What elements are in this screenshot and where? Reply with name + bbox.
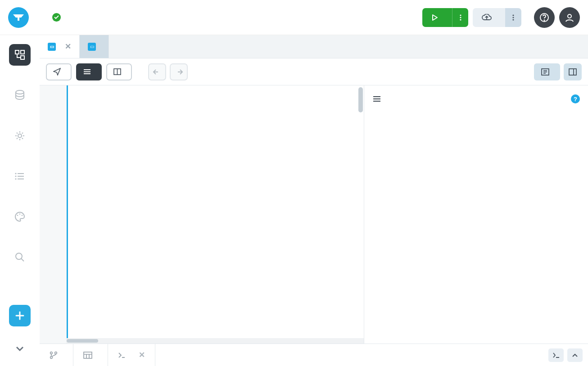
help-button[interactable] — [534, 7, 555, 28]
tasks-icon — [83, 352, 92, 359]
undo-button[interactable] — [148, 63, 166, 80]
svg-point-19 — [22, 215, 23, 216]
editor-vscrollbar[interactable] — [358, 87, 363, 112]
snippets-icon — [372, 95, 381, 103]
panel-icon — [569, 68, 577, 76]
snippets-link-row — [364, 112, 588, 122]
svg-point-26 — [55, 352, 57, 354]
search-icon — [14, 251, 26, 263]
form-icon: ▭ — [48, 43, 56, 51]
svg-point-5 — [512, 19, 514, 20]
svg-point-25 — [50, 356, 53, 358]
svg-rect-9 — [15, 50, 19, 54]
editor-code[interactable] — [67, 85, 364, 344]
svg-rect-23 — [569, 69, 576, 75]
rail-outline[interactable] — [9, 165, 31, 187]
split-icon — [113, 68, 121, 75]
design-mode-button[interactable] — [46, 63, 72, 80]
console-icon — [118, 352, 125, 358]
svg-point-15 — [15, 175, 16, 177]
undo-redo-group — [148, 63, 188, 80]
version-history-tab[interactable] — [40, 344, 73, 366]
code-editor[interactable] — [40, 85, 364, 344]
redo-button[interactable] — [170, 63, 188, 80]
editor-gutter — [40, 85, 67, 344]
vdots-icon — [460, 14, 461, 21]
component-icon — [541, 68, 549, 76]
svg-point-14 — [15, 173, 16, 174]
snippets-help-icon[interactable]: ? — [571, 94, 580, 103]
run-menu-button[interactable] — [452, 8, 468, 27]
run-button[interactable] — [422, 8, 452, 27]
rail-settings[interactable] — [9, 125, 31, 147]
snippets-header: ? — [364, 85, 588, 110]
undo-icon — [153, 68, 162, 76]
footer-expand-button[interactable] — [567, 348, 583, 362]
redo-icon — [174, 68, 183, 76]
svg-point-0 — [460, 14, 461, 16]
publish-button-group — [473, 8, 521, 27]
toggle-side-panel[interactable] — [564, 63, 582, 80]
list-icon — [14, 170, 26, 182]
code-mode-button[interactable] — [76, 63, 102, 80]
svg-point-2 — [460, 19, 461, 20]
bottom-bar: ✕ — [40, 344, 588, 366]
background-tasks-tab[interactable] — [73, 344, 108, 366]
branch-icon — [50, 351, 58, 359]
tree-icon — [14, 49, 26, 61]
terminal-icon — [552, 353, 560, 358]
account-button[interactable] — [559, 7, 580, 28]
paperplane-icon — [53, 68, 61, 76]
svg-point-17 — [17, 215, 18, 216]
rail-data[interactable] — [9, 85, 31, 106]
svg-point-8 — [568, 14, 571, 18]
svg-point-18 — [19, 214, 21, 215]
chevron-up-icon — [572, 353, 578, 357]
tab-strip: ▭ ✕ ▭ — [40, 35, 588, 58]
help-icon — [539, 13, 549, 22]
run-button-group — [422, 8, 468, 27]
play-icon — [431, 14, 439, 21]
close-icon[interactable]: ✕ — [65, 42, 71, 51]
svg-point-20 — [16, 253, 22, 259]
use-custom-component-button[interactable] — [534, 63, 560, 80]
left-rail — [0, 35, 40, 345]
editor-hscrollbar[interactable] — [67, 338, 364, 344]
publish-menu-button[interactable] — [505, 8, 521, 27]
close-icon[interactable]: ✕ — [139, 350, 145, 360]
breadcrumb — [40, 13, 61, 22]
svg-point-7 — [544, 19, 545, 20]
svg-point-24 — [50, 352, 53, 354]
tab-articleedit[interactable]: ▭ ✕ — [40, 35, 80, 58]
svg-rect-10 — [21, 50, 24, 54]
hscroll-thumb[interactable] — [67, 339, 98, 343]
rail-theme[interactable] — [9, 206, 31, 228]
split-mode-button[interactable] — [106, 63, 132, 80]
snippets-panel: ? — [364, 85, 588, 344]
plus-icon — [15, 311, 25, 321]
console-tab[interactable]: ✕ — [108, 344, 155, 366]
svg-point-13 — [18, 134, 22, 138]
rail-add[interactable] — [9, 305, 31, 326]
top-bar — [0, 0, 588, 35]
svg-point-12 — [16, 90, 24, 94]
footer-terminal-button[interactable] — [548, 348, 564, 362]
svg-point-3 — [512, 14, 514, 16]
main-area: ? — [40, 85, 588, 344]
svg-point-1 — [460, 17, 461, 18]
vdots-icon — [512, 14, 514, 21]
rail-app-browser[interactable] — [9, 44, 31, 66]
publish-button[interactable] — [473, 8, 505, 27]
palette-icon — [14, 211, 26, 223]
anvil-logo[interactable] — [8, 7, 29, 28]
form-icon: ▭ — [88, 43, 96, 51]
svg-rect-27 — [84, 352, 92, 358]
editor-toolbar — [40, 58, 588, 85]
lines-icon — [83, 69, 91, 75]
svg-rect-11 — [21, 56, 24, 59]
tab-homepage[interactable]: ▭ — [80, 35, 109, 58]
gear-icon — [14, 130, 26, 142]
rail-search[interactable] — [9, 246, 31, 268]
rail-collapse[interactable] — [14, 343, 26, 355]
user-icon — [565, 13, 574, 22]
